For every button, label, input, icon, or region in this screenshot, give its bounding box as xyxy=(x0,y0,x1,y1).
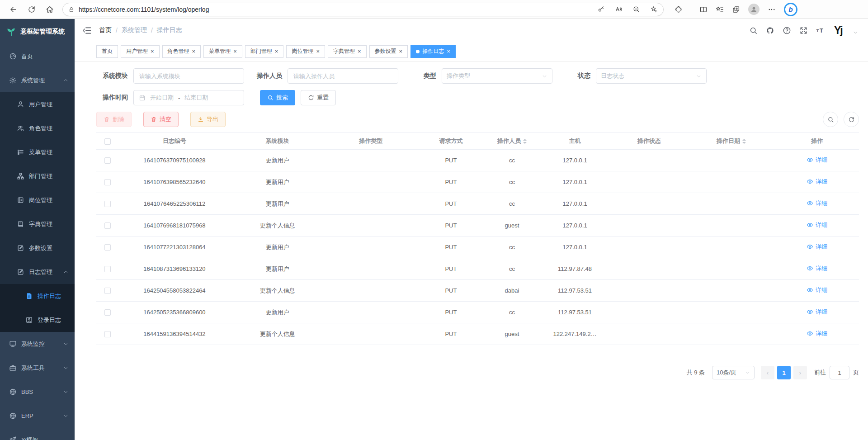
github-icon[interactable] xyxy=(766,26,774,35)
breadcrumb-item[interactable]: 首页 xyxy=(99,26,112,34)
fullscreen-icon[interactable] xyxy=(799,26,808,35)
tab-item[interactable]: 首页 xyxy=(96,45,118,58)
detail-link[interactable]: 详细 xyxy=(807,265,827,273)
sidebar-collapse-icon[interactable] xyxy=(82,26,92,35)
tab-item[interactable]: 字典管理× xyxy=(328,45,367,58)
refresh-table-button[interactable] xyxy=(844,112,859,127)
add-favorite-icon[interactable] xyxy=(650,5,658,13)
row-checkbox[interactable] xyxy=(104,222,111,229)
close-icon[interactable]: × xyxy=(275,48,278,54)
sidebar-item[interactable]: 岗位管理 xyxy=(0,188,75,212)
close-icon[interactable]: × xyxy=(358,48,361,54)
prev-page-button[interactable]: ‹ xyxy=(761,366,774,379)
row-checkbox[interactable] xyxy=(104,309,111,316)
read-aloud-icon[interactable] xyxy=(615,5,623,13)
show-search-button[interactable] xyxy=(823,112,838,127)
column-header[interactable]: 操作人员 xyxy=(485,133,538,150)
tab-item[interactable]: 角色管理× xyxy=(162,45,201,58)
password-key-icon[interactable] xyxy=(597,5,605,13)
sidebar-item[interactable]: 登录日志 xyxy=(0,308,75,332)
export-button[interactable]: 导出 xyxy=(190,112,226,127)
reset-button[interactable]: 重置 xyxy=(301,90,336,105)
type-select[interactable]: 操作类型 xyxy=(442,68,552,84)
sidebar-item[interactable]: 角色管理 xyxy=(0,116,75,140)
module-input[interactable] xyxy=(133,68,244,84)
sidebar-item[interactable]: 首页 xyxy=(0,44,75,68)
next-page-button[interactable]: › xyxy=(793,366,807,379)
collections-icon[interactable] xyxy=(732,5,740,14)
font-size-icon[interactable]: TT xyxy=(816,26,825,35)
trash-icon xyxy=(104,116,110,123)
help-icon[interactable] xyxy=(783,26,791,35)
row-checkbox[interactable] xyxy=(104,157,111,164)
sidebar-item[interactable]: 操作日志 xyxy=(0,284,75,308)
favorites-icon[interactable] xyxy=(716,5,724,14)
sidebar-item[interactable]: 用户管理 xyxy=(0,92,75,116)
sidebar-item[interactable]: Yi框架 xyxy=(0,428,75,440)
sidebar-item[interactable]: 字典管理 xyxy=(0,212,75,236)
url-text[interactable]: https://ccnetcore.com:1101/system/log/op… xyxy=(79,6,587,13)
sidebar-item[interactable]: 系统管理 xyxy=(0,68,75,92)
goto-page-input[interactable] xyxy=(830,366,849,379)
sidebar-item[interactable]: ERP xyxy=(0,404,75,428)
delete-button[interactable]: 删除 xyxy=(96,112,132,127)
detail-link[interactable]: 详细 xyxy=(807,156,827,164)
row-checkbox[interactable] xyxy=(104,201,111,207)
sidebar-item[interactable]: 参数设置 xyxy=(0,236,75,260)
tab-active[interactable]: 操作日志× xyxy=(410,45,456,58)
tab-item[interactable]: 参数设置× xyxy=(369,45,408,58)
sidebar-item[interactable]: 部门管理 xyxy=(0,164,75,188)
sidebar-item[interactable]: 菜单管理 xyxy=(0,140,75,164)
current-page-button[interactable]: 1 xyxy=(777,366,791,379)
chevron-down-icon[interactable] xyxy=(853,30,858,35)
tab-item[interactable]: 岗位管理× xyxy=(286,45,325,58)
row-checkbox[interactable] xyxy=(104,266,111,272)
browser-refresh-button[interactable] xyxy=(24,2,40,17)
date-range-picker[interactable]: 开始日期 - 结束日期 xyxy=(133,90,244,105)
detail-link[interactable]: 详细 xyxy=(807,199,827,208)
sidebar-item[interactable]: BBS xyxy=(0,380,75,404)
close-icon[interactable]: × xyxy=(192,48,196,54)
bing-chat-icon[interactable]: b xyxy=(784,3,797,16)
search-icon[interactable] xyxy=(749,26,758,35)
close-icon[interactable]: × xyxy=(316,48,320,54)
close-icon[interactable]: × xyxy=(399,48,403,54)
browser-home-button[interactable] xyxy=(42,2,58,17)
clear-button[interactable]: 清空 xyxy=(143,112,179,127)
detail-link[interactable]: 详细 xyxy=(807,330,827,338)
sidebar-item[interactable]: 系统监控 xyxy=(0,332,75,356)
more-options-icon[interactable] xyxy=(768,5,776,14)
close-icon[interactable]: × xyxy=(447,48,450,54)
row-checkbox[interactable] xyxy=(104,331,111,337)
search-button[interactable]: 搜索 xyxy=(260,90,295,105)
tab-item[interactable]: 部门管理× xyxy=(245,45,284,58)
select-all-checkbox[interactable] xyxy=(104,138,111,145)
browser-back-button[interactable] xyxy=(5,2,22,17)
address-bar[interactable]: https://ccnetcore.com:1101/system/log/op… xyxy=(62,3,664,16)
row-checkbox[interactable] xyxy=(104,244,111,251)
column-header[interactable]: 操作日期 xyxy=(687,133,775,150)
zoom-out-icon[interactable] xyxy=(632,5,640,13)
close-icon[interactable]: × xyxy=(233,48,237,54)
sort-carets-icon[interactable] xyxy=(523,139,527,144)
page-size-select[interactable]: 10条/页 xyxy=(712,366,755,379)
detail-link[interactable]: 详细 xyxy=(807,178,827,186)
detail-link[interactable]: 详细 xyxy=(807,243,827,251)
extensions-icon[interactable] xyxy=(675,5,683,14)
split-screen-icon[interactable] xyxy=(699,5,708,14)
sort-carets-icon[interactable] xyxy=(742,139,746,144)
yi-logo-icon[interactable]: Yj xyxy=(833,24,848,37)
tab-item[interactable]: 菜单管理× xyxy=(203,45,242,58)
detail-link[interactable]: 详细 xyxy=(807,308,827,316)
operator-input[interactable] xyxy=(288,68,398,84)
sidebar-item[interactable]: 系统工具 xyxy=(0,356,75,380)
status-select[interactable]: 日志状态 xyxy=(596,68,707,84)
row-checkbox[interactable] xyxy=(104,288,111,294)
browser-profile-avatar[interactable] xyxy=(748,4,760,15)
detail-link[interactable]: 详细 xyxy=(807,286,827,294)
detail-link[interactable]: 详细 xyxy=(807,221,827,229)
sidebar-item[interactable]: 日志管理 xyxy=(0,260,75,284)
row-checkbox[interactable] xyxy=(104,179,111,185)
tab-item[interactable]: 用户管理× xyxy=(121,45,160,58)
close-icon[interactable]: × xyxy=(151,48,154,54)
